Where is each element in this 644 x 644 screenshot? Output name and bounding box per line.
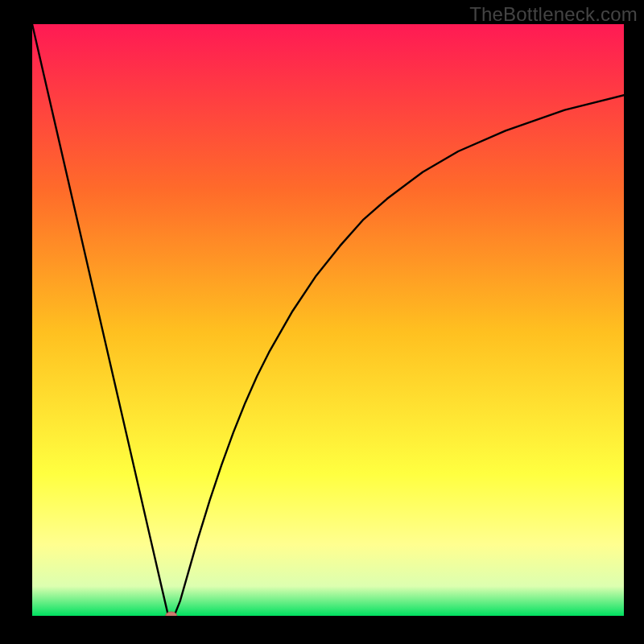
gradient-background	[32, 24, 624, 616]
chart-frame: TheBottleneck.com	[0, 0, 644, 644]
watermark-text: TheBottleneck.com	[469, 3, 638, 26]
plot-area	[32, 24, 624, 616]
chart-svg	[32, 24, 624, 616]
